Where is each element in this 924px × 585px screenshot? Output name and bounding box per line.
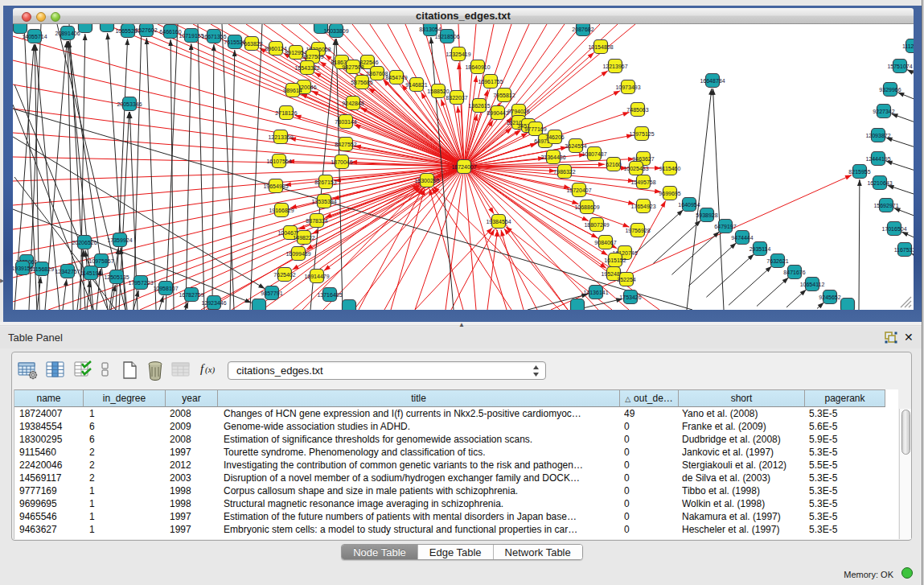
table-row[interactable]: 946554611997Estimation of the future num… xyxy=(14,511,885,524)
network-window-titlebar[interactable]: citations_edges.txt xyxy=(13,8,914,24)
graph-node[interactable]: 20891406 xyxy=(55,27,80,40)
graph-node[interactable]: 9115460 xyxy=(659,162,681,175)
column-header-out_de[interactable]: △out_de… xyxy=(620,389,679,407)
graph-node[interactable]: 5938928 xyxy=(696,208,717,222)
graph-node[interactable]: 2935114 xyxy=(749,242,771,256)
graph-node[interactable] xyxy=(841,299,855,311)
graph-node[interactable]: 989614 xyxy=(283,84,302,97)
table-scrollbar-thumb[interactable] xyxy=(901,410,910,455)
column-header-name[interactable]: name xyxy=(14,389,84,407)
graph-node[interactable]: 20053346 xyxy=(117,97,142,111)
graph-node[interactable]: 17359924 xyxy=(107,233,132,247)
graph-node[interactable]: 16961755 xyxy=(478,75,503,89)
graph-node[interactable]: 12093872 xyxy=(865,129,890,142)
graph-node[interactable]: 16914479 xyxy=(304,270,329,283)
graph-node[interactable]: 21364436 xyxy=(540,150,565,164)
graph-node[interactable]: 15495758 xyxy=(630,175,655,189)
graph-node[interactable]: 12444195 xyxy=(865,152,890,166)
graph-node[interactable]: 12325419 xyxy=(446,47,470,61)
graph-node[interactable]: 15720407 xyxy=(566,183,591,197)
graph-node[interactable]: 7485063 xyxy=(626,103,648,117)
graph-node[interactable]: 20206526 xyxy=(72,236,97,249)
split-pane-divider[interactable]: ▲ xyxy=(0,322,924,326)
tab-network-table[interactable]: Network Table xyxy=(494,545,582,559)
graph-node[interactable] xyxy=(79,24,92,33)
table-row[interactable]: 969969511998Structural magnetic resonanc… xyxy=(14,498,885,511)
graph-node[interactable]: 10807487 xyxy=(581,147,606,161)
graph-node[interactable]: 9146821 xyxy=(405,78,427,92)
graph-node[interactable]: 10654112 xyxy=(800,278,825,291)
close-panel-icon[interactable]: ✕ xyxy=(904,331,915,344)
graph-node[interactable]: 14136141 xyxy=(583,286,608,299)
graph-node[interactable] xyxy=(101,24,114,32)
network-canvas[interactable]: 1405571420891406106552871527602646616010… xyxy=(13,24,914,310)
graph-node[interactable] xyxy=(14,24,27,34)
tab-node-table[interactable]: Node Table xyxy=(342,545,418,559)
graph-node[interactable]: 18640910 xyxy=(465,60,490,74)
graph-node[interactable]: 13716485 xyxy=(317,288,342,302)
graph-node[interactable]: 12213967 xyxy=(602,60,627,73)
show-columns-icon[interactable] xyxy=(46,360,65,381)
graph-node[interactable]: 1527602 xyxy=(135,24,157,37)
column-header-title[interactable]: title xyxy=(218,389,620,407)
column-header-in_degree[interactable]: in_degree xyxy=(84,389,166,407)
graph-node[interactable]: 16107554 xyxy=(266,154,291,168)
graph-node[interactable]: 10719155 xyxy=(179,29,203,43)
table-row[interactable]: 911546021997Tourette syndrome. Phenomeno… xyxy=(14,447,885,459)
graph-node[interactable]: 9245652 xyxy=(819,290,840,304)
graph-node[interactable]: 16648784 xyxy=(700,74,725,88)
graph-node[interactable]: 16210643 xyxy=(867,176,892,190)
graph-node[interactable]: 1753426 xyxy=(619,290,641,304)
graph-node[interactable] xyxy=(343,300,356,311)
graph-node[interactable]: 9329966 xyxy=(879,83,901,97)
graph-node[interactable]: 8454749 xyxy=(385,71,407,84)
graph-node[interactable]: 19654985 xyxy=(263,179,288,193)
graph-node[interactable]: 9474444 xyxy=(731,231,753,245)
graph-node[interactable]: 19166829 xyxy=(269,204,294,217)
function-builder-icon[interactable]: f(x) xyxy=(199,360,220,380)
graph-node[interactable]: 17957223 xyxy=(128,276,153,290)
table-row[interactable]: 1872400712008Changes of HCN gene express… xyxy=(14,408,885,421)
graph-node[interactable]: 15692971 xyxy=(873,199,898,212)
table-row[interactable]: 946362711997Embryonic stem cells: a mode… xyxy=(14,524,885,537)
graph-node[interactable]: 7955812 xyxy=(493,89,515,102)
table-row[interactable]: 1456911722003Disruption of a novel membe… xyxy=(14,472,885,485)
graph-node[interactable]: 7632621 xyxy=(766,254,788,268)
tab-edge-table[interactable]: Edge Table xyxy=(418,545,494,559)
graph-node[interactable]: 252254 xyxy=(617,273,635,286)
table-select-dropdown[interactable]: citations_edges.txt xyxy=(228,361,546,380)
unselect-all-columns-icon[interactable] xyxy=(101,360,110,381)
graph-node[interactable]: 10154808 xyxy=(588,40,613,54)
create-new-column-icon[interactable] xyxy=(121,360,138,383)
column-header-year[interactable]: year xyxy=(166,389,218,407)
graph-node[interactable]: 9227342 xyxy=(873,105,894,118)
graph-node[interactable]: 16782759 xyxy=(179,288,203,302)
delete-columns-icon[interactable] xyxy=(146,360,165,384)
graph-node[interactable]: 1640954 xyxy=(678,198,700,212)
table-row[interactable]: 2242004622012Investigating the contribut… xyxy=(14,459,885,472)
graph-node[interactable]: 8471676 xyxy=(783,266,805,279)
graph-node[interactable]: 12505135 xyxy=(104,270,129,284)
graph-node[interactable] xyxy=(253,299,266,311)
graph-node[interactable]: 6479197 xyxy=(714,220,736,233)
table-row[interactable]: 977716911998Corpus callosum shape and si… xyxy=(14,485,885,498)
graph-node[interactable]: 8215955 xyxy=(848,165,870,179)
left-splitter-nub-icon[interactable]: ▶ xyxy=(0,277,4,284)
graph-node[interactable]: 1112549 xyxy=(902,39,914,53)
table-row[interactable]: 1830029562008Estimation of significance … xyxy=(14,434,885,447)
graph-node[interactable]: 10973493 xyxy=(615,80,640,94)
table-row[interactable]: 1938455462009Genome-wide association stu… xyxy=(14,421,885,434)
graph-node[interactable]: 17654923 xyxy=(630,200,655,213)
graph-node[interactable]: 9699695 xyxy=(659,187,680,200)
graph-node[interactable]: 1167533 xyxy=(894,243,914,257)
graph-node[interactable]: 746206 xyxy=(545,130,564,144)
column-header-short[interactable]: short xyxy=(679,389,805,407)
graph-node[interactable]: 17016504 xyxy=(881,222,906,236)
select-all-columns-icon[interactable] xyxy=(74,360,92,381)
float-panel-icon[interactable] xyxy=(885,332,897,344)
graph-node[interactable]: 62160 xyxy=(606,158,622,171)
graph-node[interactable]: 10688609 xyxy=(574,200,599,214)
graph-node[interactable] xyxy=(571,299,585,311)
graph-node[interactable]: 12975125 xyxy=(629,127,654,141)
column-header-pagerank[interactable]: pagerank xyxy=(805,389,885,407)
